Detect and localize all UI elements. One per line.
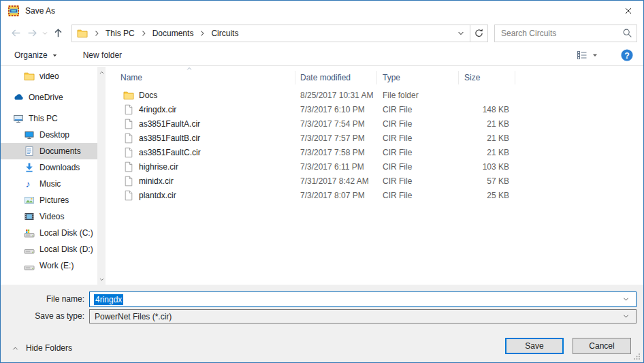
file-type: File folder: [377, 91, 459, 100]
up-button[interactable]: [50, 25, 66, 42]
breadcrumb-segment[interactable]: This PC: [91, 29, 138, 38]
column-header-size[interactable]: Size: [459, 71, 515, 84]
hide-folders-button[interactable]: Hide Folders: [12, 340, 72, 356]
help-button[interactable]: [621, 49, 633, 61]
file-row[interactable]: as3851FaultA.cir 7/3/2017 7:54 PM CIR Fi…: [107, 116, 643, 131]
address-bar[interactable]: This PC Documents Circuits: [71, 25, 470, 42]
sidebar-item[interactable]: Local Disk (C:): [1, 225, 97, 241]
sidebar-item[interactable]: Videos: [1, 208, 97, 225]
cancel-button[interactable]: Cancel: [573, 338, 631, 354]
desktop-icon: [24, 129, 35, 140]
sidebar-item[interactable]: Pictures: [1, 192, 97, 208]
file-row[interactable]: as3851FaultC.cir 7/3/2017 7:58 PM CIR Fi…: [107, 145, 643, 159]
file-size: 21 KB: [459, 119, 515, 129]
address-dropdown-button[interactable]: [452, 25, 470, 42]
file-type: CIR File: [377, 176, 459, 186]
sidebar-item[interactable]: Documents: [1, 143, 97, 159]
file-icon: [123, 119, 134, 129]
sidebar-item[interactable]: OneDrive: [1, 89, 97, 106]
column-header-name[interactable]: Name: [107, 71, 295, 84]
scroll-down-button[interactable]: [97, 274, 106, 284]
file-name-label: File name:: [1, 294, 84, 304]
title-bar: Save As: [1, 1, 643, 21]
close-button[interactable]: [613, 1, 643, 21]
sidebar-item[interactable]: Desktop: [1, 127, 97, 143]
save-button[interactable]: Save: [505, 338, 564, 354]
file-icon: [123, 104, 134, 115]
organize-button[interactable]: Organize: [14, 50, 58, 60]
refresh-icon: [474, 28, 484, 38]
change-view-button[interactable]: [577, 50, 598, 61]
forward-arrow-icon: [27, 27, 38, 39]
sidebar-item[interactable]: Work (E:): [1, 257, 97, 274]
file-name: as3851FaultB.cir: [139, 133, 200, 143]
sidebar-item-label: OneDrive: [29, 93, 63, 102]
sidebar-scrollbar[interactable]: [97, 67, 106, 285]
sidebar-item-label: Music: [39, 179, 61, 189]
column-header-date-modified[interactable]: Date modified: [295, 71, 377, 84]
chevron-down-icon[interactable]: [622, 296, 630, 303]
file-name-value: 4ringdx: [94, 294, 123, 305]
file-name: Docs: [139, 91, 157, 100]
file-type: CIR File: [377, 148, 459, 157]
file-list: Name Date modified Type Size Docs 8/25/2…: [107, 67, 643, 285]
file-date-modified: 7/31/2017 8:42 AM: [295, 176, 377, 186]
back-button[interactable]: [7, 25, 24, 42]
file-row[interactable]: plantdx.cir 7/3/2017 8:07 PM CIR File 25…: [107, 188, 643, 202]
save-as-type-value: PowerNet Files (*.cir): [95, 312, 172, 321]
file-date-modified: 8/25/2017 10:31 AM: [295, 91, 377, 100]
file-type: CIR File: [377, 105, 459, 114]
sidebar-item-label: Videos: [39, 212, 64, 221]
save-as-dialog: Save As This PC Documents: [0, 0, 644, 363]
refresh-button[interactable]: [470, 25, 488, 42]
file-date-modified: 7/3/2017 7:54 PM: [295, 119, 377, 129]
sidebar-item[interactable]: Downloads: [1, 159, 97, 176]
breadcrumb-segment[interactable]: Documents: [138, 29, 197, 38]
sidebar-item-label: Work (E:): [39, 261, 74, 270]
search-input[interactable]: [501, 29, 622, 38]
file-name: as3851FaultC.cir: [139, 148, 201, 157]
close-icon: [624, 6, 633, 16]
scroll-up-button[interactable]: [97, 67, 106, 77]
file-row[interactable]: minidx.cir 7/31/2017 8:42 AM CIR File 57…: [107, 174, 643, 188]
file-size: 57 KB: [459, 176, 515, 186]
file-row[interactable]: Docs 8/25/2017 10:31 AM File folder: [107, 88, 643, 102]
file-date-modified: 7/3/2017 6:10 PM: [295, 105, 377, 114]
sidebar-item[interactable]: Music: [1, 176, 97, 192]
file-type: CIR File: [377, 119, 459, 129]
search-box: [494, 25, 637, 42]
file-row[interactable]: 4ringdx.cir 7/3/2017 6:10 PM CIR File 14…: [107, 102, 643, 116]
file-type: CIR File: [377, 133, 459, 143]
sidebar-item-label: Downloads: [39, 163, 80, 172]
address-bar-controls: [452, 25, 470, 42]
file-date-modified: 7/3/2017 8:07 PM: [295, 191, 377, 200]
folder-icon: [24, 71, 35, 82]
file-icon: [123, 133, 134, 144]
save-as-type-select[interactable]: PowerNet Files (*.cir): [89, 309, 637, 323]
sidebar-item-label: Local Disk (D:): [39, 244, 93, 254]
sidebar-item[interactable]: video: [1, 68, 97, 84]
file-name: highrise.cir: [139, 162, 178, 172]
sort-ascending-icon: [186, 65, 193, 72]
save-as-type-label: Save as type:: [1, 311, 84, 321]
file-row[interactable]: highrise.cir 7/3/2017 6:11 PM CIR File 1…: [107, 159, 643, 174]
breadcrumb-segment[interactable]: Circuits: [197, 29, 242, 38]
forward-button[interactable]: [24, 25, 40, 42]
column-header-type[interactable]: Type: [377, 71, 459, 84]
file-date-modified: 7/3/2017 7:57 PM: [295, 133, 377, 143]
file-name: 4ringdx.cir: [139, 105, 176, 114]
new-folder-button[interactable]: New folder: [83, 50, 122, 60]
file-name-input[interactable]: 4ringdx: [89, 291, 637, 307]
resize-grip[interactable]: [633, 353, 641, 360]
window-title: Save As: [25, 6, 55, 16]
sidebar-item[interactable]: Local Disk (D:): [1, 241, 97, 257]
file-row[interactable]: as3851FaultB.cir 7/3/2017 7:57 PM CIR Fi…: [107, 131, 643, 145]
file-name: minidx.cir: [139, 176, 174, 186]
recent-locations-button[interactable]: [40, 25, 50, 42]
onedrive-icon: [13, 92, 24, 103]
folder-icon: [123, 90, 134, 101]
file-name: as3851FaultA.cir: [139, 119, 200, 129]
file-name: plantdx.cir: [139, 191, 176, 200]
file-date-modified: 7/3/2017 7:58 PM: [295, 148, 377, 157]
sidebar-item[interactable]: This PC: [1, 110, 97, 127]
